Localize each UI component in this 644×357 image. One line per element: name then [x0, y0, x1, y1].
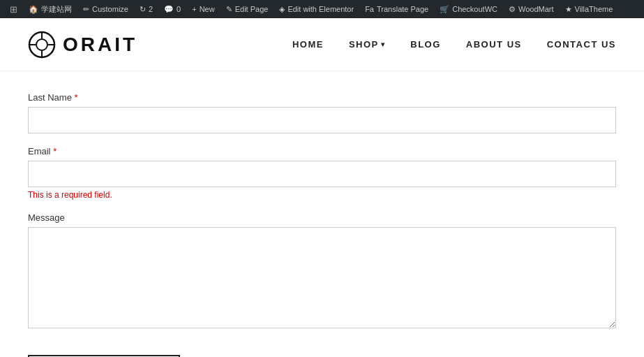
plus-icon: + [192, 5, 196, 13]
woodmart-icon: ⚙ [509, 5, 516, 14]
admin-bar-new[interactable]: + New [186, 0, 220, 18]
star-icon: ★ [565, 5, 572, 14]
logo-icon [28, 31, 56, 59]
message-input[interactable] [28, 227, 616, 328]
message-label: Message [28, 212, 616, 223]
comments-icon: 💬 [164, 5, 174, 14]
admin-bar-wp-logo[interactable]: ⊞ [4, 0, 23, 18]
admin-bar-villatheme[interactable]: ★ VillaTheme [560, 0, 619, 18]
nav-shop[interactable]: SHOP ▾ [349, 39, 385, 50]
wp-icon: ⊞ [10, 4, 17, 15]
email-required: * [53, 146, 57, 156]
translate-icon: Fa [365, 5, 374, 13]
nav-home[interactable]: HOME [292, 39, 324, 50]
admin-bar-woodmart[interactable]: ⚙ WoodMart [503, 0, 560, 18]
admin-bar-edit-page[interactable]: ✎ Edit Page [220, 0, 274, 18]
main-nav: HOME SHOP ▾ BLOG ABOUT US CONTACT US [292, 39, 616, 50]
email-input[interactable] [28, 161, 616, 187]
edit-icon: ✎ [226, 5, 232, 14]
site-icon: 🏠 [29, 5, 38, 14]
last-name-input[interactable] [28, 107, 616, 133]
last-name-required: * [75, 92, 78, 103]
message-group: Message [28, 212, 616, 328]
admin-bar-site-name[interactable]: 🏠 学建站网 [23, 0, 77, 18]
chevron-down-icon: ▾ [381, 41, 386, 48]
site-header: ORAIT HOME SHOP ▾ BLOG ABOUT US CONTACT … [0, 18, 644, 71]
last-name-label: Last Name * [28, 92, 616, 103]
admin-bar: ⊞ 🏠 学建站网 ✏ Customize ↻ 2 💬 0 + New ✎ Edi… [0, 0, 644, 18]
last-name-group: Last Name * [28, 92, 616, 133]
email-error-message: This is a required field. [28, 190, 616, 200]
nav-about[interactable]: ABOUT US [466, 39, 522, 50]
email-group: Email * This is a required field. [28, 146, 616, 200]
admin-bar-customize[interactable]: ✏ Customize [77, 0, 134, 18]
nav-contact[interactable]: CONTACT US [547, 39, 616, 50]
admin-bar-translate[interactable]: Fa Translate Page [359, 0, 434, 18]
nav-blog[interactable]: BLOG [410, 39, 441, 50]
admin-bar-updates[interactable]: ↻ 2 [134, 0, 158, 18]
message-textarea-wrapper [28, 227, 616, 328]
checkout-icon: 🛒 [440, 5, 449, 14]
updates-icon: ↻ [140, 5, 146, 14]
customize-icon: ✏ [83, 5, 89, 14]
admin-bar-comments[interactable]: 💬 0 [158, 0, 186, 18]
main-content: Last Name * Email * This is a required f… [0, 71, 644, 357]
admin-bar-elementor[interactable]: ◈ Edit with Elementor [274, 0, 359, 18]
admin-bar-checkout[interactable]: 🛒 CheckoutWC [434, 0, 503, 18]
site-logo[interactable]: ORAIT [28, 31, 137, 59]
email-label: Email * [28, 146, 616, 156]
elementor-icon: ◈ [279, 5, 285, 14]
svg-point-1 [36, 39, 47, 50]
